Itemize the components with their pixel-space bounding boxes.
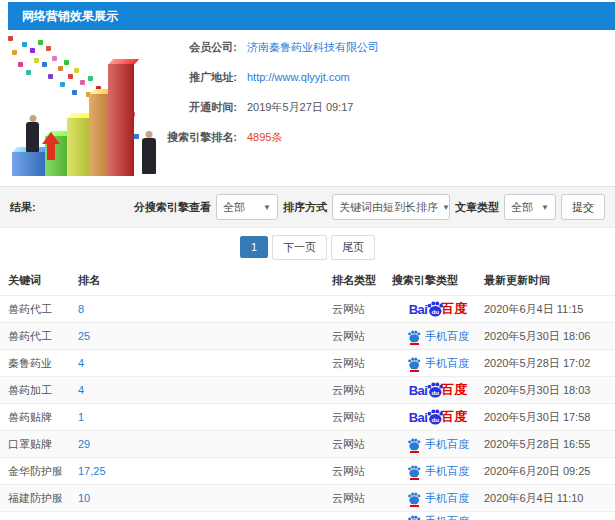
ranking-table: 关键词 排名 排名类型 搜索引擎类型 最新更新时间 兽药代工 8 云网站 Bai… <box>0 266 615 520</box>
engine-cell: Baidu百度 手机百度 <box>392 437 484 452</box>
mobile-baidu-label: 手机百度 <box>425 437 469 452</box>
engine-rank-count: 4895条 <box>247 130 282 145</box>
mobile-baidu-paw-icon <box>407 438 421 451</box>
mobile-baidu-label: 手机百度 <box>425 491 469 506</box>
rank-link[interactable]: 8 <box>78 303 332 315</box>
filters-group: 分搜索引擎查看 全部 ▼ 排序方式 关键词由短到长排序 ▼ 文章类型 全部 ▼ … <box>134 194 605 220</box>
engine-cell: Baidu百度 手机百度 <box>392 381 484 399</box>
mobile-baidu-paw-icon <box>407 357 421 370</box>
updated-cell: 2020年5月28日 17:02 <box>484 356 615 371</box>
engine-cell: Baidu百度 手机百度 <box>392 408 484 426</box>
rank-link[interactable]: 10 <box>78 492 332 504</box>
company-link[interactable]: 济南秦鲁药业科技有限公司 <box>247 40 379 55</box>
chevron-down-icon: ▼ <box>442 203 450 212</box>
chevron-down-icon: ▼ <box>263 203 271 212</box>
baidu-logo: Baidu百度 <box>409 408 468 426</box>
table-header-row: 关键词 排名 排名类型 搜索引擎类型 最新更新时间 <box>0 266 615 296</box>
table-row: 福建防护服 10 云网站 Baidu百度 手机百度 2020年6月4日 11:1… <box>0 485 615 512</box>
mobile-baidu-paw-icon <box>407 330 421 343</box>
article-type-value: 全部 <box>511 200 533 215</box>
keyword-cell: 金华防护服 <box>0 464 78 479</box>
chart-bar-red <box>108 64 134 176</box>
table-row: 兽药代工 25 云网站 Baidu百度 手机百度 2020年5月30日 18:0… <box>0 323 615 350</box>
rank-link[interactable]: 1 <box>78 411 332 423</box>
updated-cell: 2020年5月30日 17:58 <box>484 410 615 425</box>
company-label: 会员公司: <box>132 40 237 55</box>
next-page-button[interactable]: 下一页 <box>272 235 327 260</box>
confetti-decoration <box>8 36 13 41</box>
page-1-button[interactable]: 1 <box>240 236 268 258</box>
company-row: 会员公司: 济南秦鲁药业科技有限公司 <box>132 40 379 54</box>
header-keyword: 关键词 <box>0 273 78 288</box>
businessman-figure-left <box>26 122 39 152</box>
updated-cell: 2020年6月4日 11:15 <box>484 302 615 317</box>
open-time-row: 开通时间: 2019年5月27日 09:17 <box>132 100 379 114</box>
table-row: 兽药加工 4 云网站 Baidu百度 手机百度 2020年5月30日 18:03 <box>0 377 615 404</box>
engine-filter-select[interactable]: 全部 ▼ <box>216 194 278 220</box>
header-engine-type: 搜索引擎类型 <box>392 273 484 288</box>
baidu-logo: Baidu百度 <box>409 300 468 318</box>
table-row: 秦鲁药业 4 云网站 Baidu百度 手机百度 2020年5月28日 17:02 <box>0 350 615 377</box>
open-time-value: 2019年5月27日 09:17 <box>247 100 353 115</box>
sort-select[interactable]: 关键词由短到长排序 ▼ <box>332 194 450 220</box>
keyword-cell: 福建防护服 <box>0 491 78 506</box>
rank-type-cell: 云网站 <box>332 410 392 425</box>
sort-label: 排序方式 <box>283 200 327 215</box>
mobile-baidu-logo: 手机百度 <box>407 491 469 506</box>
keyword-cell: 兽药代工 <box>0 329 78 344</box>
svg-text:du: du <box>432 308 440 315</box>
rank-link[interactable]: 4 <box>78 357 332 369</box>
mobile-baidu-label: 手机百度 <box>425 514 469 520</box>
engine-cell: Baidu百度 手机百度 <box>392 300 484 318</box>
table-row: 兽药贴牌 1 云网站 Baidu百度 手机百度 2020年5月30日 17:58 <box>0 404 615 431</box>
mobile-baidu-logo: 手机百度 <box>407 437 469 452</box>
results-filter-bar: 结果: 分搜索引擎查看 全部 ▼ 排序方式 关键词由短到长排序 ▼ 文章类型 全… <box>0 186 615 228</box>
mobile-baidu-logo: 手机百度 <box>407 514 469 520</box>
svg-text:du: du <box>432 416 440 423</box>
engine-cell: Baidu百度 手机百度 <box>392 514 484 520</box>
mobile-baidu-paw-icon <box>407 492 421 505</box>
promo-url-label: 推广地址: <box>132 70 237 85</box>
rank-type-cell: 云网站 <box>332 437 392 452</box>
rank-type-cell: 云网站 <box>332 491 392 506</box>
updated-cell: 2020年5月30日 18:06 <box>484 329 615 344</box>
header-updated: 最新更新时间 <box>484 273 615 288</box>
engine-cell: Baidu百度 手机百度 <box>392 356 484 371</box>
member-info-rows: 会员公司: 济南秦鲁药业科技有限公司 推广地址: http://www.qlyy… <box>132 40 379 160</box>
table-row: 金华防护服 17,25 云网站 Baidu百度 手机百度 2020年6月20日 … <box>0 458 615 485</box>
rank-type-cell: 云网站 <box>332 464 392 479</box>
table-row: 兽药代工 8 云网站 Baidu百度 手机百度 2020年6月4日 11:15 <box>0 296 615 323</box>
article-type-select[interactable]: 全部 ▼ <box>504 194 556 220</box>
keyword-cell: 兽药代工 <box>0 302 78 317</box>
header-rank: 排名 <box>78 273 332 288</box>
mobile-baidu-logo: 手机百度 <box>407 329 469 344</box>
rank-link[interactable]: 17,25 <box>78 465 332 477</box>
last-page-button[interactable]: 尾页 <box>331 235 375 260</box>
table-row: 口罩贴牌 29 云网站 Baidu百度 手机百度 2020年5月28日 16:5… <box>0 431 615 458</box>
keyword-cell: 秦鲁药业 <box>0 356 78 371</box>
table-row: Baidu百度 手机百度 <box>0 512 615 520</box>
results-label: 结果: <box>10 200 36 215</box>
article-type-label: 文章类型 <box>455 200 499 215</box>
rank-link[interactable]: 25 <box>78 330 332 342</box>
svg-text:du: du <box>432 389 440 396</box>
mobile-baidu-logo: 手机百度 <box>407 356 469 371</box>
chart-bar-blue <box>12 152 48 176</box>
engine-rank-row: 搜索引擎排名: 4895条 <box>132 130 379 144</box>
engine-cell: Baidu百度 手机百度 <box>392 491 484 506</box>
promo-url-link[interactable]: http://www.qlyyjt.com <box>247 71 350 83</box>
page-title: 网络营销效果展示 <box>8 2 615 30</box>
mobile-baidu-paw-icon <box>407 515 421 520</box>
mobile-baidu-label: 手机百度 <box>425 464 469 479</box>
rank-type-cell: 云网站 <box>332 356 392 371</box>
sort-value: 关键词由短到长排序 <box>339 200 438 215</box>
rank-link[interactable]: 29 <box>78 438 332 450</box>
rank-type-cell: 云网站 <box>332 383 392 398</box>
rank-link[interactable]: 4 <box>78 384 332 396</box>
member-info-section: 会员公司: 济南秦鲁药业科技有限公司 推广地址: http://www.qlyy… <box>0 30 615 186</box>
chevron-down-icon: ▼ <box>541 203 549 212</box>
mobile-baidu-label: 手机百度 <box>425 329 469 344</box>
engine-cell: Baidu百度 手机百度 <box>392 464 484 479</box>
rank-type-cell: 云网站 <box>332 329 392 344</box>
submit-button[interactable]: 提交 <box>561 194 605 220</box>
